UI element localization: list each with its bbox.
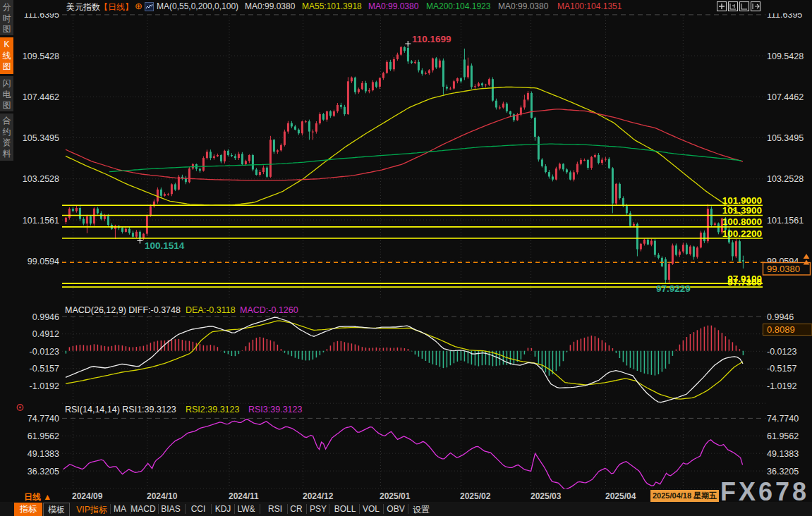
svg-text:105.3495: 105.3495	[767, 133, 804, 143]
svg-text:110.1699: 110.1699	[412, 34, 452, 44]
svg-text:74.7740: 74.7740	[28, 414, 59, 424]
svg-text:100.8000: 100.8000	[722, 216, 762, 227]
svg-text:103.2528: 103.2528	[23, 174, 59, 184]
svg-text:103.2528: 103.2528	[767, 174, 804, 184]
svg-text:101.3900: 101.3900	[722, 205, 762, 216]
svg-text:101.1561: 101.1561	[767, 216, 804, 226]
svg-text:61.9562: 61.9562	[767, 431, 799, 441]
svg-text:49.1383: 49.1383	[767, 449, 799, 459]
svg-text:RSI3:39.3123: RSI3:39.3123	[248, 405, 302, 414]
svg-text:107.4462: 107.4462	[767, 92, 804, 102]
svg-text:100.2200: 100.2200	[722, 228, 762, 239]
svg-text:109.5428: 109.5428	[767, 51, 804, 61]
svg-text:36.3205: 36.3205	[28, 467, 59, 477]
svg-text:0.9946: 0.9946	[767, 312, 794, 322]
svg-text:0.8089: 0.8089	[767, 324, 795, 335]
svg-text:97.7300: 97.7300	[727, 277, 762, 288]
svg-text:-1.0192: -1.0192	[30, 381, 59, 391]
svg-text:-1.0192: -1.0192	[767, 381, 796, 391]
svg-text:MACD(26,12,9) DIFF:-0.3748: MACD(26,12,9) DIFF:-0.3748	[65, 305, 181, 315]
svg-text:105.3495: 105.3495	[23, 133, 59, 143]
svg-text:109.5428: 109.5428	[23, 51, 59, 61]
svg-text:97.9229: 97.9229	[656, 283, 691, 294]
svg-text:MACD:-0.1260: MACD:-0.1260	[240, 305, 298, 315]
svg-text:RSI(14,14,14) RSI1:39.3123: RSI(14,14,14) RSI1:39.3123	[65, 405, 176, 414]
svg-text:36.3205: 36.3205	[767, 467, 799, 477]
svg-text:0.9946: 0.9946	[32, 312, 59, 322]
svg-text:0.4912: 0.4912	[32, 329, 59, 339]
svg-text:101.9000: 101.9000	[722, 195, 762, 206]
svg-text:99.0380: 99.0380	[767, 264, 800, 274]
svg-text:100.1514: 100.1514	[145, 240, 185, 251]
svg-text:99.0594: 99.0594	[28, 257, 59, 266]
svg-text:101.1561: 101.1561	[23, 216, 59, 226]
svg-text:74.7740: 74.7740	[767, 414, 799, 424]
svg-text:DEA:-0.3118: DEA:-0.3118	[186, 305, 236, 315]
svg-text:61.9562: 61.9562	[28, 431, 59, 441]
svg-text:-0.5157: -0.5157	[767, 364, 796, 374]
svg-text:-0.5157: -0.5157	[30, 364, 59, 374]
svg-text:RSI2:39.3123: RSI2:39.3123	[186, 405, 239, 414]
svg-text:-0.0123: -0.0123	[30, 347, 59, 357]
svg-text:49.1383: 49.1383	[28, 449, 59, 459]
svg-text:107.4462: 107.4462	[23, 92, 59, 102]
svg-text:-0.0123: -0.0123	[767, 347, 796, 357]
